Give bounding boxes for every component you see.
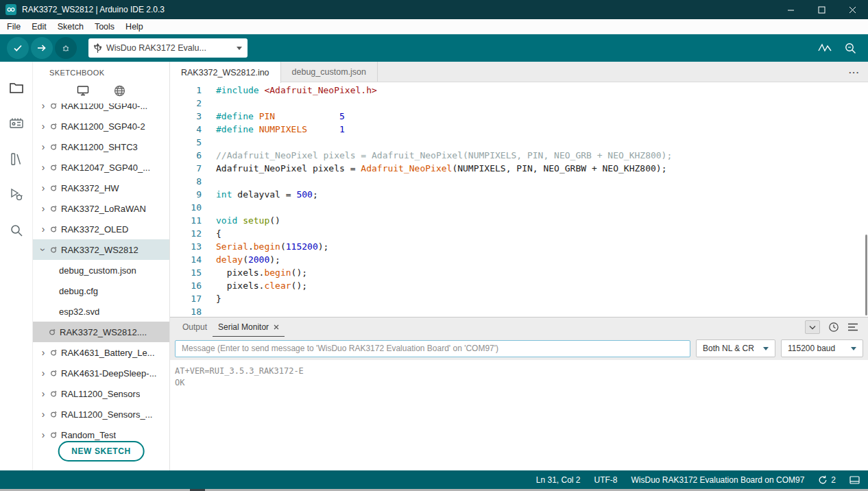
- serial-message-input[interactable]: [175, 340, 690, 357]
- code-line[interactable]: 6//Adafruit_NeoPixel pixels = Adafruit_N…: [170, 149, 868, 162]
- minimize-button[interactable]: [775, 0, 806, 19]
- new-sketch-button[interactable]: NEW SKETCH: [58, 441, 145, 462]
- code-editor[interactable]: 1#include <Adafruit_NeoPixel.h>23#define…: [170, 82, 868, 317]
- serial-monitor-icon[interactable]: [844, 42, 857, 55]
- code-line[interactable]: 11void setup(): [170, 214, 868, 227]
- upload-button[interactable]: [31, 37, 53, 59]
- code-line[interactable]: 3#define PIN 5: [170, 110, 868, 123]
- code-line[interactable]: 15 pixels.begin();: [170, 266, 868, 279]
- tree-item-label: RAK3372_WS2812....: [60, 327, 147, 337]
- editor-scrollbar[interactable]: [865, 235, 867, 315]
- menu-edit[interactable]: Edit: [26, 19, 52, 34]
- library-manager-icon[interactable]: [0, 141, 33, 177]
- panel-tab-bar: OutputSerial Monitor: [170, 318, 868, 337]
- tree-item-label: RAK11200_SGP40-2: [61, 121, 145, 132]
- code-line[interactable]: 7Adafruit_NeoPixel pixels = Adafruit_Neo…: [170, 162, 868, 175]
- code-text: #define NUMPIXELS 1: [216, 123, 345, 136]
- chevron-icon: ›: [38, 104, 48, 110]
- code-line[interactable]: 5: [170, 136, 868, 149]
- sketch-icon: [48, 348, 59, 357]
- line-number: 11: [170, 214, 202, 227]
- tree-item-label: RAK3372_OLED: [61, 224, 128, 235]
- menu-sketch[interactable]: Sketch: [52, 19, 89, 34]
- code-line[interactable]: 14delay(2000);: [170, 253, 868, 266]
- editor-tab-debug-custom-json[interactable]: debug_custom.json: [281, 62, 378, 82]
- timestamp-icon[interactable]: [828, 322, 839, 333]
- tree-item-ral11200-sensors[interactable]: ›RAL11200_Sensors_...: [33, 404, 169, 424]
- code-line[interactable]: 4#define NUMPIXELS 1: [170, 123, 868, 136]
- tree-item-rak12047-sgp40[interactable]: ›RAK12047_SGP40_...: [33, 157, 169, 178]
- code-line[interactable]: 10: [170, 201, 868, 214]
- editor-tab-rak3372-ws2812-ino[interactable]: RAK3372_WS2812.ino: [170, 62, 281, 83]
- bottom-panel: OutputSerial Monitor: [170, 317, 868, 470]
- tree-item-ral11200-sensors[interactable]: ›RAL11200_Sensors: [33, 383, 169, 404]
- debug-button[interactable]: [55, 37, 77, 59]
- code-line[interactable]: 13Serial.begin(115200);: [170, 240, 868, 253]
- menu-file[interactable]: File: [1, 19, 26, 34]
- code-line[interactable]: 1#include <Adafruit_NeoPixel.h>: [170, 84, 868, 97]
- tree-item-rak4631-battery-le[interactable]: ›RAK4631_Battery_Le...: [33, 342, 169, 363]
- chevron-icon: ›: [38, 142, 48, 152]
- tree-item-rak3372-ws2812[interactable]: RAK3372_WS2812....: [33, 322, 169, 342]
- clear-output-icon[interactable]: [847, 322, 858, 332]
- baud-rate-select[interactable]: 115200 baud: [781, 339, 863, 357]
- notifications-button[interactable]: 2: [818, 475, 836, 485]
- line-ending-value: Both NL & CR: [703, 344, 754, 353]
- tree-item-label: RAK3372_LoRaWAN: [61, 204, 146, 214]
- line-ending-select[interactable]: Both NL & CR: [696, 339, 775, 357]
- cursor-position: Ln 31, Col 2: [536, 475, 581, 485]
- collapse-panel-button[interactable]: [805, 320, 820, 334]
- usb-icon: [94, 43, 101, 53]
- tree-item-esp32-svd[interactable]: esp32.svd: [33, 301, 169, 322]
- output-tab[interactable]: Output: [177, 318, 213, 337]
- sketch-tree: ›RAK11200_SGP40-...›RAK11200_SGP40-2›RAK…: [33, 104, 169, 444]
- maximize-button[interactable]: [806, 0, 837, 19]
- code-line[interactable]: 8: [170, 175, 868, 188]
- close-button[interactable]: [837, 0, 868, 19]
- code-line[interactable]: 9int delayval = 500;: [170, 188, 868, 201]
- sketch-icon: [48, 204, 59, 213]
- line-number: 5: [170, 136, 202, 149]
- menu-help[interactable]: Help: [120, 19, 149, 34]
- board-port-status[interactable]: WisDuo RAK3172 Evaluation Board on COM97: [631, 475, 805, 485]
- sketch-icon: [48, 122, 59, 130]
- board-selector[interactable]: WisDuo RAK3172 Evalu...: [88, 38, 248, 58]
- debug-panel-icon[interactable]: [0, 177, 33, 213]
- window-controls: [775, 0, 868, 19]
- code-line[interactable]: 18: [170, 305, 868, 317]
- code-text: pixels.begin();: [216, 266, 307, 279]
- menu-tools[interactable]: Tools: [89, 19, 120, 34]
- code-line[interactable]: 17}: [170, 292, 868, 305]
- tree-item-rak3372-ws2812[interactable]: ›RAK3372_WS2812: [33, 239, 169, 260]
- cloud-sketchbook-icon[interactable]: [114, 85, 125, 97]
- line-number: 1: [170, 84, 202, 97]
- boards-manager-icon[interactable]: [0, 106, 33, 141]
- baud-rate-value: 115200 baud: [788, 344, 835, 353]
- tree-item-debug-cfg[interactable]: debug.cfg: [33, 280, 169, 301]
- search-icon[interactable]: [0, 213, 33, 248]
- tree-item-label: esp32.svd: [59, 307, 99, 317]
- sketchbook-icon[interactable]: [0, 70, 33, 106]
- code-line[interactable]: 12{: [170, 227, 868, 240]
- toggle-panel-icon[interactable]: [849, 476, 860, 484]
- chevron-icon: ›: [38, 163, 48, 172]
- tree-item-rak11200-shtc3[interactable]: ›RAK11200_SHTC3: [33, 136, 169, 157]
- tree-item-debug-custom-json[interactable]: debug_custom.json: [33, 260, 169, 280]
- tabs-overflow-button[interactable]: ···: [849, 62, 860, 82]
- tree-item-rak4631-deepsleep[interactable]: ›RAK4631-DeepSleep-...: [33, 363, 169, 383]
- tree-item-rak3372-lorawan[interactable]: ›RAK3372_LoRaWAN: [33, 198, 169, 219]
- tree-item-label: RAK3372_HW: [61, 183, 119, 193]
- serial-plotter-icon[interactable]: [818, 42, 832, 54]
- tree-item-rak3372-hw[interactable]: ›RAK3372_HW: [33, 178, 169, 198]
- tree-item-rak3372-oled[interactable]: ›RAK3372_OLED: [33, 219, 169, 239]
- verify-button[interactable]: [7, 37, 29, 59]
- code-line[interactable]: 16 pixels.clear();: [170, 279, 868, 292]
- local-sketchbook-icon[interactable]: [77, 85, 89, 97]
- tree-item-rak11200-sgp40-2[interactable]: ›RAK11200_SGP40-2: [33, 116, 169, 136]
- serial-monitor-tab[interactable]: Serial Monitor: [213, 318, 285, 337]
- tree-item-rak11200-sgp40[interactable]: ›RAK11200_SGP40-...: [33, 104, 169, 116]
- main-area: SKETCHBOOK ›RAK11200_SGP40-...›RAK11200_…: [0, 62, 868, 470]
- code-line[interactable]: 2: [170, 97, 868, 110]
- line-number: 16: [170, 279, 202, 292]
- close-tab-icon[interactable]: [274, 324, 279, 330]
